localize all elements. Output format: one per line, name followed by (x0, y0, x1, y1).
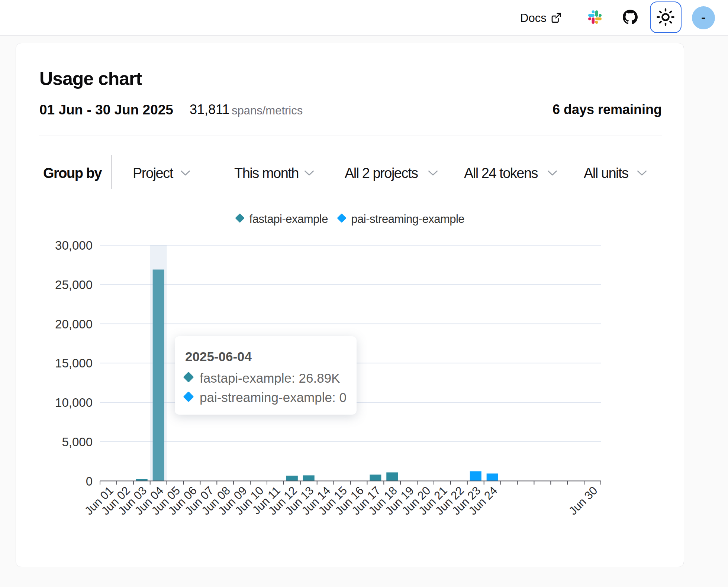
svg-text:30,000: 30,000 (55, 239, 93, 252)
svg-text:25,000: 25,000 (55, 278, 93, 292)
svg-text:Jun 30: Jun 30 (566, 484, 600, 518)
svg-text:fastapi-example: fastapi-example (249, 213, 328, 226)
svg-text:5,000: 5,000 (62, 435, 93, 449)
svg-text:pai-streaming-example: pai-streaming-example (351, 213, 464, 226)
svg-text:0: 0 (86, 474, 93, 488)
svg-text:15,000: 15,000 (55, 356, 93, 370)
svg-text:10,000: 10,000 (55, 396, 93, 409)
svg-text:20,000: 20,000 (55, 317, 93, 331)
